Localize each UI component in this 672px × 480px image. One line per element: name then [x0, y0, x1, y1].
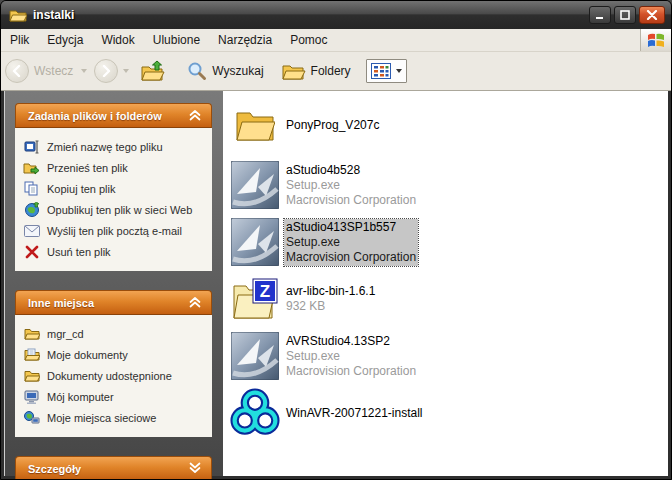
file-text-block[interactable]: PonyProg_V207c [284, 117, 381, 134]
folders-label: Foldery [311, 64, 351, 78]
task-link-label: Moje dokumenty [47, 349, 128, 361]
email-icon [23, 223, 40, 239]
chevron-up-icon[interactable] [188, 294, 202, 312]
up-folder-icon [141, 60, 165, 82]
file-subline: Macrovision Corporation [286, 364, 416, 379]
views-dropdown-icon[interactable] [396, 69, 402, 73]
network-places-icon [23, 410, 40, 426]
svg-text:Z: Z [260, 282, 270, 301]
file-list[interactable]: PonyProg_V207c aStudio4b528 Setup.exeMac… [223, 91, 668, 476]
task-link-label: Mój komputer [47, 391, 114, 403]
winavr-rings-icon [230, 389, 280, 437]
task-link-label: Usuń ten plik [47, 246, 111, 258]
sidebar-pane: Inne miejsca mgr_cd Moje dokumenty Dokum… [15, 290, 212, 437]
search-label: Wyszukaj [212, 64, 263, 78]
file-tile[interactable]: AVRStudio4.13SP2 Setup.exeMacrovision Co… [230, 332, 668, 380]
sidebar-task-link[interactable]: Mój komputer [23, 386, 206, 407]
file-text-block[interactable]: AVRStudio4.13SP2 Setup.exeMacrovision Co… [284, 333, 418, 380]
folder-small-icon [23, 326, 40, 342]
installshield-icon [230, 161, 280, 209]
delete-icon [23, 244, 40, 260]
sidebar-task-link[interactable]: Usuń ten plik [23, 241, 206, 262]
publish-web-icon [23, 202, 40, 218]
sidebar-task-link[interactable]: Moje dokumenty [23, 344, 206, 365]
forward-dropdown-icon[interactable] [123, 69, 129, 73]
my-computer-icon [23, 389, 40, 405]
file-subline: 932 KB [286, 299, 375, 314]
title-bar[interactable]: instalki [1, 1, 671, 29]
back-icon [5, 59, 29, 83]
back-label: Wstecz [34, 64, 73, 78]
window-title: instalki [33, 8, 586, 22]
file-subline: Setup.exe [286, 178, 416, 193]
pane-header[interactable]: Szczegóły [15, 456, 212, 480]
forward-icon [94, 59, 118, 83]
copy-icon [23, 181, 40, 197]
file-text-block[interactable]: aStudio4b528 Setup.exeMacrovision Corpor… [284, 162, 418, 209]
menu-items: PlikEdycjaWidokUlubioneNarzędziaPomoc [1, 29, 640, 51]
back-dropdown-icon[interactable] [81, 69, 87, 73]
sidebar-task-link[interactable]: Wyślij ten plik pocztą e-mail [23, 220, 206, 241]
sidebar-task-link[interactable]: Dokumenty udostępnione [23, 365, 206, 386]
menu-item-plik[interactable]: Plik [1, 29, 38, 51]
pane-header[interactable]: Inne miejsca [15, 290, 212, 315]
menu-item-widok[interactable]: Widok [92, 29, 143, 51]
pane-header[interactable]: Zadania plików i folderów [15, 103, 212, 128]
file-subline: Setup.exe [286, 349, 416, 364]
shared-documents-icon [23, 368, 40, 384]
task-link-label: Przenieś ten plik [47, 162, 128, 174]
installshield-icon [230, 332, 280, 380]
sidebar-task-link[interactable]: Moje miejsca sieciowe [23, 407, 206, 428]
file-subline: Macrovision Corporation [286, 193, 416, 208]
maximize-button[interactable] [614, 6, 636, 24]
menu-item-edycja[interactable]: Edycja [38, 29, 92, 51]
file-tile[interactable]: Z avr-libc-bin-1.6.1 932 KB [230, 275, 668, 323]
file-text-block[interactable]: aStudio413SP1b557 Setup.exeMacrovision C… [284, 219, 418, 266]
minimize-button[interactable] [589, 6, 611, 24]
explorer-window: instalki PlikEdycjaWidokUlubioneNarzędzi… [0, 0, 672, 480]
file-text-block[interactable]: avr-libc-bin-1.6.1 932 KB [284, 283, 377, 315]
search-button[interactable]: Wyszukaj [182, 61, 268, 81]
pane-title: Zadania plików i folderów [28, 110, 188, 122]
file-name: aStudio413SP1b557 [286, 220, 416, 235]
folder-icon [9, 8, 27, 22]
my-documents-icon [23, 347, 40, 363]
file-tile[interactable]: aStudio413SP1b557 Setup.exeMacrovision C… [230, 218, 668, 266]
sidebar-pane: Zadania plików i folderów Zmień nazwę te… [15, 103, 212, 271]
back-button[interactable]: Wstecz [5, 59, 92, 83]
file-text-block[interactable]: WinAVR-20071221-install [284, 405, 425, 422]
sidebar-task-link[interactable]: Kopiuj ten plik [23, 178, 206, 199]
task-link-label: Moje miejsca sieciowe [47, 412, 156, 424]
up-button[interactable] [136, 60, 170, 82]
menu-item-narzędzia[interactable]: Narzędzia [209, 29, 281, 51]
views-icon [371, 63, 391, 79]
chevron-down-icon[interactable] [188, 460, 202, 478]
chevron-up-icon[interactable] [188, 107, 202, 125]
file-tile[interactable]: aStudio4b528 Setup.exeMacrovision Corpor… [230, 161, 668, 209]
menu-bar: PlikEdycjaWidokUlubioneNarzędziaPomoc [1, 29, 671, 52]
task-link-label: Zmień nazwę tego pliku [47, 141, 163, 153]
menu-item-ulubione[interactable]: Ulubione [144, 29, 209, 51]
sidebar-task-link[interactable]: Opublikuj ten plik w sieci Web [23, 199, 206, 220]
task-link-label: Dokumenty udostępnione [47, 370, 172, 382]
pane-title: Szczegóły [28, 463, 188, 475]
file-name: aStudio4b528 [286, 163, 416, 178]
file-tile[interactable]: WinAVR-20071221-install [230, 389, 668, 437]
sidebar-pane: Szczegóły [15, 456, 212, 480]
sidebar-task-link[interactable]: Zmień nazwę tego pliku [23, 136, 206, 157]
forward-button[interactable] [94, 59, 134, 83]
pane-title: Inne miejsca [28, 297, 188, 309]
rename-icon [23, 139, 40, 155]
file-subline: Macrovision Corporation [286, 250, 416, 265]
folders-button[interactable]: Foldery [277, 61, 356, 81]
sidebar-task-link[interactable]: mgr_cd [23, 323, 206, 344]
task-link-label: Kopiuj ten plik [47, 183, 116, 195]
file-name: PonyProg_V207c [286, 118, 379, 133]
menu-item-pomoc[interactable]: Pomoc [281, 29, 336, 51]
close-button[interactable] [639, 6, 665, 24]
sidebar-task-link[interactable]: Przenieś ten plik [23, 157, 206, 178]
file-tile[interactable]: PonyProg_V207c [230, 101, 668, 149]
pane-body: Zmień nazwę tego pliku Przenieś ten plik… [15, 128, 212, 271]
views-button[interactable] [366, 59, 407, 83]
search-icon [187, 61, 207, 81]
